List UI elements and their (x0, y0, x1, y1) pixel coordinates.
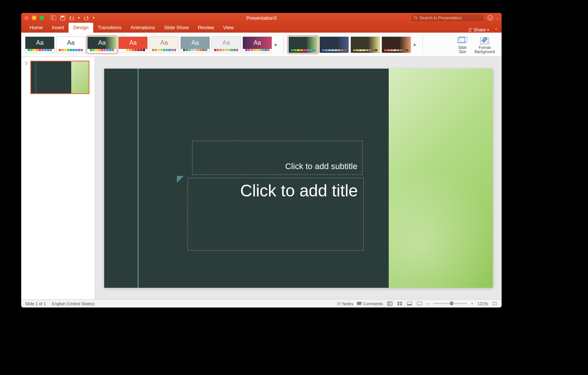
svg-rect-23 (397, 304, 399, 305)
zoom-slider[interactable] (433, 303, 467, 304)
slide-vertical-line (138, 69, 139, 288)
collapse-ribbon-icon[interactable]: ⌃ (494, 28, 498, 33)
theme-option[interactable]: Aa (56, 36, 86, 53)
slide-sorter-view-button[interactable] (397, 301, 403, 306)
theme-option[interactable]: Aa (87, 36, 117, 53)
undo-icon[interactable] (69, 15, 74, 20)
svg-rect-19 (388, 302, 392, 305)
subtitle-placeholder[interactable]: Click to add subtitle (192, 141, 363, 175)
svg-rect-3 (61, 16, 64, 17)
svg-point-6 (488, 16, 493, 20)
slide-size-button[interactable]: Slide Size (457, 36, 468, 54)
share-label: Share (474, 27, 486, 33)
format-background-label: Format Background (475, 46, 495, 54)
share-button[interactable]: + Share ▾ (468, 27, 491, 33)
app-window: ▾ ▾ Presentation3 Search in Presentation… (21, 13, 502, 308)
tab-animations[interactable]: Animations (126, 23, 160, 33)
ribbon-divider (283, 35, 284, 54)
slide-accent-panel (389, 69, 493, 288)
variant-option[interactable] (319, 36, 349, 53)
qat-customize-icon[interactable]: ▾ (93, 16, 95, 20)
svg-rect-24 (400, 304, 402, 305)
notes-button[interactable]: Notes (337, 301, 353, 306)
tab-insert[interactable]: Insert (47, 23, 69, 33)
ribbon-tabs: HomeInsertDesignTransitionsAnimationsSli… (21, 23, 502, 33)
subtitle-placeholder-text: Click to add subtitle (285, 162, 358, 171)
tab-slide-show[interactable]: Slide Show (160, 23, 193, 33)
themes-more-icon[interactable]: ▶ (274, 42, 279, 47)
svg-rect-0 (51, 16, 56, 20)
slide-triangle-marker (177, 176, 184, 183)
window-controls (24, 16, 44, 20)
svg-point-4 (414, 16, 417, 19)
comments-icon (357, 302, 361, 306)
redo-icon[interactable] (84, 15, 89, 20)
svg-rect-18 (357, 302, 361, 305)
zoom-level[interactable]: 121% (477, 301, 488, 306)
zoom-in-button[interactable]: + (471, 301, 474, 306)
editor-body: 1 Click to add subtitle Click to add tit… (21, 57, 502, 299)
svg-line-5 (416, 19, 418, 20)
theme-option[interactable]: Aa (25, 36, 55, 53)
svg-point-9 (469, 28, 471, 30)
title-placeholder-text: Click to add title (240, 181, 358, 201)
undo-dropdown-icon[interactable]: ▾ (78, 16, 80, 20)
theme-option[interactable]: Aa (180, 36, 210, 53)
svg-rect-27 (417, 302, 422, 305)
variant-option[interactable] (350, 36, 380, 53)
slide-size-icon (457, 36, 468, 45)
quick-access-toolbar: ▾ ▾ (51, 15, 95, 20)
fit-to-window-button[interactable] (492, 301, 498, 306)
zoom-out-button[interactable]: − (426, 301, 429, 307)
theme-option[interactable]: Aa (149, 36, 179, 53)
sidebar-toggle-icon[interactable] (51, 15, 56, 20)
theme-option[interactable]: Aa (211, 36, 241, 53)
ribbon-divider (422, 35, 423, 54)
comments-button[interactable]: Comments (357, 301, 383, 306)
format-background-icon (479, 36, 490, 45)
notes-icon (337, 302, 341, 306)
tab-view[interactable]: View (219, 23, 238, 33)
slide: Click to add subtitle Click to add title (104, 69, 493, 288)
format-background-button[interactable]: Format Background (475, 36, 495, 54)
normal-view-button[interactable] (387, 301, 393, 306)
status-language[interactable]: English (United States) (52, 301, 95, 306)
slide-thumbnails-panel: 1 (21, 57, 95, 299)
thumbnail-preview (30, 61, 89, 94)
variants-more-icon[interactable]: ▶ (413, 42, 418, 47)
variants-gallery (288, 36, 411, 53)
tab-transitions[interactable]: Transitions (93, 23, 126, 33)
feedback-icon[interactable] (487, 15, 494, 21)
feedback-dropdown-icon[interactable]: ⌵ (496, 16, 499, 20)
variant-option[interactable] (288, 36, 318, 53)
tab-home[interactable]: Home (25, 23, 47, 33)
svg-rect-22 (400, 302, 402, 303)
slide-thumbnail[interactable]: 1 (21, 61, 95, 94)
reading-view-button[interactable] (407, 301, 413, 306)
svg-point-8 (491, 17, 492, 17)
search-input[interactable]: Search in Presentation (411, 14, 483, 21)
themes-gallery: AaAaAaAaAaAaAaAa (25, 36, 272, 53)
title-placeholder[interactable]: Click to add title (188, 178, 364, 251)
status-slide-counter: Slide 1 of 1 (25, 301, 46, 306)
slideshow-view-button[interactable] (416, 301, 422, 306)
svg-point-14 (487, 41, 488, 43)
minimize-window-button[interactable] (32, 16, 36, 20)
tab-review[interactable]: Review (193, 23, 219, 33)
titlebar: ▾ ▾ Presentation3 Search in Presentation… (21, 13, 502, 23)
share-icon: + (468, 28, 472, 32)
svg-point-7 (489, 17, 490, 17)
zoom-window-button[interactable] (39, 16, 44, 20)
svg-rect-30 (493, 302, 496, 305)
close-window-button[interactable] (24, 16, 29, 20)
save-icon[interactable] (60, 15, 65, 20)
status-bar: Slide 1 of 1 English (United States) Not… (21, 299, 502, 308)
window-title: Presentation3 (246, 15, 277, 21)
slide-canvas[interactable]: Click to add subtitle Click to add title (95, 57, 502, 299)
tab-design[interactable]: Design (69, 23, 93, 33)
thumbnail-number: 1 (25, 61, 28, 94)
svg-text:+: + (471, 28, 472, 30)
variant-option[interactable] (382, 36, 411, 53)
theme-option[interactable]: Aa (242, 36, 272, 53)
theme-option[interactable]: Aa (118, 36, 148, 53)
